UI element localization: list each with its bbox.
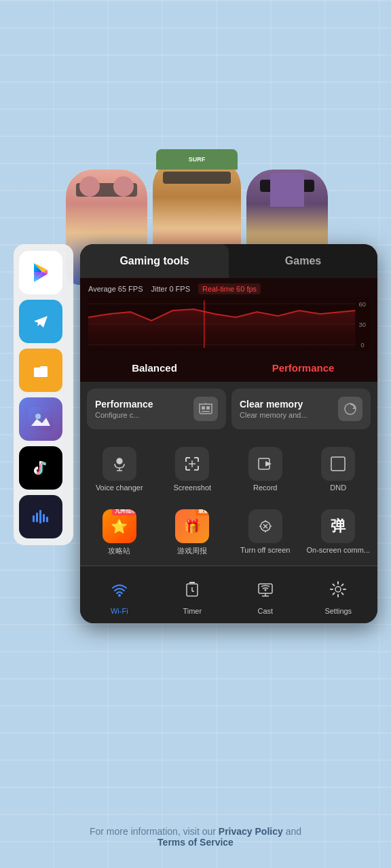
- fps-realtime: Real-time 60 fps: [198, 283, 261, 294]
- svg-rect-14: [36, 513, 38, 522]
- svg-rect-9: [29, 407, 53, 431]
- mode-buttons: Balanced Performance: [80, 354, 377, 382]
- svg-rect-8: [34, 369, 48, 377]
- sidebar-app-telegram[interactable]: [19, 300, 62, 343]
- svg-rect-52: [331, 457, 345, 471]
- app-tool-news[interactable]: 🎁 最新 游戏周报: [156, 505, 229, 560]
- tool-record[interactable]: Record: [229, 441, 302, 497]
- perf-card-icon: [193, 397, 218, 421]
- perf-card-title: Performance: [95, 399, 187, 410]
- privacy-policy-link[interactable]: Privacy Policy: [219, 826, 283, 837]
- tool-record-label: Record: [253, 484, 277, 492]
- clear-card-sub: Clear memory and...: [240, 411, 331, 419]
- fps-header: Average 65 FPS Jitter 0 FPS Real-time 60…: [88, 283, 369, 294]
- footer: For more information, visit our Privacy …: [0, 826, 391, 848]
- app-tool-screen-off-label: Turn off screen: [240, 546, 290, 554]
- bottom-timer-label: Timer: [183, 607, 202, 615]
- feature-card-performance[interactable]: Performance Configure c...: [87, 389, 226, 429]
- terms-link[interactable]: Terms of Service: [157, 837, 234, 848]
- sidebar-app-tiktok[interactable]: [19, 446, 62, 490]
- svg-text:0: 0: [361, 342, 365, 349]
- footer-terms-line: Terms of Service: [27, 837, 364, 848]
- svg-marker-51: [265, 461, 272, 467]
- mode-balanced-btn[interactable]: Balanced: [80, 354, 229, 382]
- sidebar-app-audio[interactable]: [19, 495, 62, 538]
- svg-rect-13: [33, 515, 35, 522]
- tool-screenshot[interactable]: Screenshot: [156, 441, 229, 497]
- app-tool-onscreen[interactable]: 弹 On-screen comm...: [302, 505, 375, 560]
- app-tool-news-label: 游戏周报: [177, 546, 207, 556]
- feature-cards: Performance Configure c... Clear memory …: [80, 382, 377, 436]
- tab-games[interactable]: Games: [229, 244, 377, 278]
- bottom-settings-label: Settings: [324, 607, 352, 615]
- app-tool-guide-label: 攻略站: [108, 546, 130, 556]
- fps-chart-container: 60 30 0: [88, 297, 369, 354]
- fps-jitter: Jitter 0 FPS: [151, 285, 190, 293]
- svg-point-54: [118, 594, 121, 597]
- svg-rect-37: [117, 458, 122, 464]
- bottom-tool-timer[interactable]: Timer: [156, 572, 229, 618]
- tool-screenshot-label: Screenshot: [173, 484, 211, 492]
- guide-badge: 九州仙境: [112, 509, 136, 515]
- fps-section: Average 65 FPS Jitter 0 FPS Real-time 60…: [80, 278, 377, 354]
- svg-point-63: [335, 587, 341, 592]
- feature-card-clear-memory[interactable]: Clear memory Clear memory and...: [231, 389, 371, 429]
- mode-performance-btn[interactable]: Performance: [229, 354, 377, 382]
- footer-text-prefix: For more information, visit our: [90, 826, 219, 837]
- bottom-wifi-label: Wi-Fi: [111, 607, 128, 615]
- clear-card-title: Clear memory: [240, 399, 331, 410]
- svg-rect-15: [39, 510, 41, 524]
- bottom-tool-wifi[interactable]: Wi-Fi: [83, 572, 156, 618]
- news-badge: 最新: [196, 509, 209, 515]
- svg-rect-27: [200, 404, 212, 414]
- svg-rect-28: [202, 406, 205, 410]
- bottom-cast-label: Cast: [257, 607, 273, 615]
- app-tool-screen-off[interactable]: Turn off screen: [229, 505, 302, 560]
- svg-rect-29: [206, 406, 210, 410]
- svg-rect-17: [46, 517, 48, 522]
- svg-rect-16: [43, 514, 45, 522]
- svg-point-62: [264, 589, 266, 591]
- svg-text:60: 60: [358, 301, 365, 308]
- footer-text: For more information, visit our Privacy …: [27, 826, 364, 837]
- tool-dnd-label: DND: [330, 484, 346, 492]
- fps-chart: 60 30 0: [88, 297, 369, 351]
- tool-voice-changer-label: Voice changer: [96, 484, 143, 492]
- app-tool-onscreen-label: On-screen comm...: [306, 546, 370, 554]
- bottom-tool-cast[interactable]: Cast: [229, 572, 302, 618]
- app-tools-row: ⭐ 九州仙境 攻略站 🎁 最新 游戏周报: [80, 502, 377, 566]
- app-tool-guide[interactable]: ⭐ 九州仙境 攻略站: [83, 505, 156, 560]
- sidebar-app-files[interactable]: [19, 349, 62, 392]
- svg-point-10: [35, 414, 41, 419]
- svg-text:30: 30: [358, 321, 365, 328]
- panel-tabs: Gaming tools Games: [80, 244, 377, 278]
- tool-dnd[interactable]: DND: [302, 441, 375, 497]
- tool-voice-changer[interactable]: Voice changer: [83, 441, 156, 497]
- tab-gaming-tools[interactable]: Gaming tools: [80, 244, 229, 278]
- tools-grid: Voice changer Screenshot: [80, 436, 377, 502]
- bottom-tools: Wi-Fi Timer: [80, 566, 377, 623]
- app-sidebar: [14, 244, 73, 545]
- footer-and: and: [283, 826, 301, 837]
- clear-card-icon: [338, 397, 362, 421]
- gaming-panel: Gaming tools Games Average 65 FPS Jitter…: [80, 244, 377, 623]
- bottom-tool-settings[interactable]: Settings: [302, 572, 375, 618]
- fps-average: Average 65 FPS: [88, 285, 143, 293]
- sidebar-app-gallery[interactable]: [19, 397, 62, 441]
- perf-card-sub: Configure c...: [95, 411, 187, 419]
- sidebar-app-play[interactable]: [19, 251, 62, 294]
- svg-rect-30: [202, 411, 210, 412]
